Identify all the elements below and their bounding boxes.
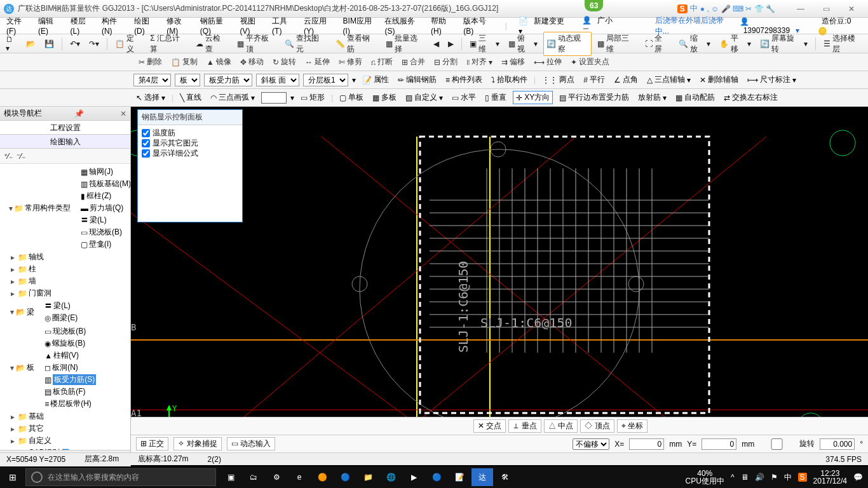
task-app[interactable]: 🔵 bbox=[426, 468, 447, 486]
flat-button[interactable]: ▦ 平齐板顶 bbox=[234, 32, 279, 56]
split-button[interactable]: ⊟ 分割 bbox=[431, 56, 460, 68]
line-button[interactable]: ╲ 直线 bbox=[177, 92, 204, 104]
del-aux-button[interactable]: ✕ 删除辅轴 bbox=[697, 74, 741, 86]
horiz-button[interactable]: ▭ 水平 bbox=[449, 92, 478, 104]
tray-net-icon[interactable]: 🖥 bbox=[741, 473, 749, 482]
pan-button[interactable]: ✋ 平移 ▾ bbox=[716, 32, 754, 56]
tree-shearwall[interactable]: ▬ 剪力墙(Q) bbox=[81, 202, 130, 214]
cloud-check-button[interactable]: ☁ 云检查 bbox=[193, 32, 231, 56]
local3d-button[interactable]: ▩ 局部三维 bbox=[594, 32, 639, 56]
tree-niche[interactable]: ▢ 壁龛(I) bbox=[81, 238, 130, 250]
collapse-icon[interactable]: ⁻⁄₋ bbox=[17, 152, 25, 161]
sum-button[interactable]: Σ 汇总计算 bbox=[147, 32, 190, 56]
next-icon[interactable]: ▶ bbox=[445, 38, 457, 50]
tree-wall[interactable]: ▸📁 墙 bbox=[9, 275, 130, 287]
mirror-button[interactable]: ▲ 镜像 bbox=[204, 56, 234, 68]
single-slab-button[interactable]: ▢ 单板 bbox=[337, 92, 366, 104]
snap-top[interactable]: ◇ 顶点 bbox=[580, 419, 614, 433]
tree-floor-band[interactable]: ≡ 楼层板带(H) bbox=[44, 398, 130, 410]
edge-rebar-button[interactable]: ▤ 平行边布置受力筋 bbox=[557, 92, 632, 104]
top-view-button[interactable]: ▦ 俯视 ▾ bbox=[505, 32, 541, 56]
type-combo[interactable]: 板 bbox=[175, 74, 200, 86]
comp-list-button[interactable]: ≡ 构件列表 bbox=[443, 74, 485, 86]
dyn-input-button[interactable]: ▭ 动态输入 bbox=[227, 437, 275, 451]
dimension-button[interactable]: ⟼ 尺寸标注 ▾ bbox=[745, 74, 799, 86]
merge-button[interactable]: ⊞ 合并 bbox=[399, 56, 428, 68]
close-panel-icon[interactable]: ✕ bbox=[120, 109, 126, 118]
task-app[interactable]: 🟠 bbox=[311, 468, 333, 486]
radial-button[interactable]: 放射筋 ▾ bbox=[635, 92, 669, 104]
two-point-button[interactable]: ⋮⋮ 两点 bbox=[539, 74, 577, 86]
task-app[interactable]: 🌐 bbox=[380, 468, 402, 486]
x-input[interactable] bbox=[629, 438, 664, 450]
zoom-button[interactable]: 🔍 缩放 ▾ bbox=[675, 32, 714, 56]
tray-sogou[interactable]: S bbox=[798, 473, 807, 482]
tray-ime[interactable]: 中 bbox=[784, 472, 792, 483]
multi-slab-button[interactable]: ▦ 多板 bbox=[370, 92, 399, 104]
expand-icon[interactable]: ⁺⁄₋ bbox=[4, 152, 13, 161]
rect-button[interactable]: ▭ 矩形 bbox=[298, 92, 327, 104]
three-point-button[interactable]: △ 三点辅轴 ▾ bbox=[644, 74, 693, 86]
tree-raft[interactable]: ▥ 筏板基础(M) bbox=[81, 178, 130, 190]
subtype-combo[interactable]: 板受力筋 bbox=[204, 74, 252, 86]
start-button[interactable]: ⊞ bbox=[0, 472, 25, 482]
menu-edit[interactable]: 编辑(E) bbox=[34, 15, 65, 37]
update-badge[interactable]: 63 bbox=[585, 0, 603, 11]
select-floor-button[interactable]: ☰ 选择楼层 bbox=[820, 32, 865, 56]
task-app[interactable]: ⚙ bbox=[266, 468, 287, 486]
max-button[interactable]: ▭ bbox=[813, 4, 839, 13]
tree-ring-beam[interactable]: ◎ 圈梁(E) bbox=[44, 312, 130, 324]
tree-cap[interactable]: ▲ 柱帽(V) bbox=[44, 349, 130, 362]
open-icon[interactable]: 📂 bbox=[23, 38, 39, 50]
tree-neg-rebar[interactable]: ▤ 板负筋(F) bbox=[44, 386, 130, 398]
ime-item[interactable]: ● , ☺ 🎤 ⌨ ✂ 👕 🔧 bbox=[700, 4, 775, 13]
extend-button[interactable]: ↔ 延伸 bbox=[302, 56, 332, 68]
attr-button[interactable]: 📝 属性 bbox=[360, 74, 391, 86]
delete-button[interactable]: ✂ 删除 bbox=[136, 56, 165, 68]
copy-button[interactable]: 📋 复制 bbox=[168, 56, 200, 68]
rotate-check[interactable] bbox=[759, 438, 794, 450]
snap-coord[interactable]: ⌖ 坐标 bbox=[617, 419, 648, 433]
y-input[interactable] bbox=[702, 438, 736, 450]
tree-axis-grid[interactable]: ▦ 轴网(J) bbox=[81, 166, 130, 178]
tree-column[interactable]: ▸📁 柱 bbox=[9, 263, 130, 275]
task-app[interactable]: 🗂 bbox=[243, 468, 264, 486]
prev-icon[interactable]: ◀ bbox=[430, 38, 442, 50]
auto-rebar-button[interactable]: ▦ 自动配筋 bbox=[673, 92, 717, 104]
close-button[interactable]: ✕ bbox=[839, 4, 864, 13]
snap-perp[interactable]: ⊥ 垂点 bbox=[508, 419, 541, 433]
pick-comp-button[interactable]: ⤵ 拾取构件 bbox=[489, 74, 530, 86]
3d-button[interactable]: ▣ 三维 ▾ bbox=[466, 32, 503, 56]
edit-steel-button[interactable]: ✏ 编辑钢筋 bbox=[395, 74, 439, 86]
dynamic-view-button[interactable]: 🔄 动态观察 bbox=[543, 32, 591, 56]
chk-other[interactable]: 显示其它图元 bbox=[142, 138, 238, 148]
search-box[interactable]: 在这里输入你要搜索的内容 bbox=[25, 468, 216, 486]
min-button[interactable]: — bbox=[788, 4, 813, 13]
snap-mid[interactable]: △ 中点 bbox=[544, 419, 578, 433]
tree-slab-rebar[interactable]: ▥ 板受力筋(S) bbox=[44, 374, 130, 386]
point-angle-button[interactable]: ∠ 点角 bbox=[611, 74, 641, 86]
menu-floor[interactable]: 楼层(L) bbox=[67, 15, 97, 37]
layer-combo[interactable]: 分层板1 bbox=[303, 74, 348, 86]
tree-other[interactable]: ▸📁 其它 bbox=[9, 423, 130, 435]
tree-foundation[interactable]: ▸📁 基础 bbox=[9, 410, 130, 423]
align-button[interactable]: ⫴ 对齐 ▾ bbox=[464, 56, 495, 68]
task-app[interactable]: e bbox=[288, 468, 310, 486]
tab-draw[interactable]: 绘图输入 bbox=[0, 135, 130, 149]
tree-col[interactable]: ▮ 框柱(Z) bbox=[81, 190, 130, 202]
tree-axis[interactable]: ▸📁 轴线 bbox=[9, 251, 130, 263]
stretch-button[interactable]: ⟷ 拉伸 bbox=[531, 56, 564, 68]
tree-castslab[interactable]: ▭ 现浇板(B) bbox=[81, 226, 130, 238]
trim-button[interactable]: ✄ 修剪 bbox=[336, 56, 365, 68]
break-button[interactable]: ⎌ 打断 bbox=[369, 56, 395, 68]
tree-door[interactable]: ▸📁 门窗洞 bbox=[9, 287, 130, 299]
task-app[interactable]: 🔵 bbox=[334, 468, 356, 486]
screen-rotate-button[interactable]: 🔄 屏幕旋转 ▾ bbox=[757, 32, 810, 56]
pin-icon[interactable]: 📌 bbox=[74, 109, 84, 118]
save-icon[interactable]: 💾 bbox=[41, 38, 57, 50]
rotate-button[interactable]: ↻ 旋转 bbox=[270, 56, 299, 68]
chk-temp[interactable]: 温度筋 bbox=[142, 128, 238, 138]
task-app[interactable]: ▶ bbox=[403, 468, 424, 486]
ortho-button[interactable]: ⊞ 正交 bbox=[136, 437, 168, 451]
fullscreen-button[interactable]: ⛶ 全屏 bbox=[642, 32, 673, 56]
